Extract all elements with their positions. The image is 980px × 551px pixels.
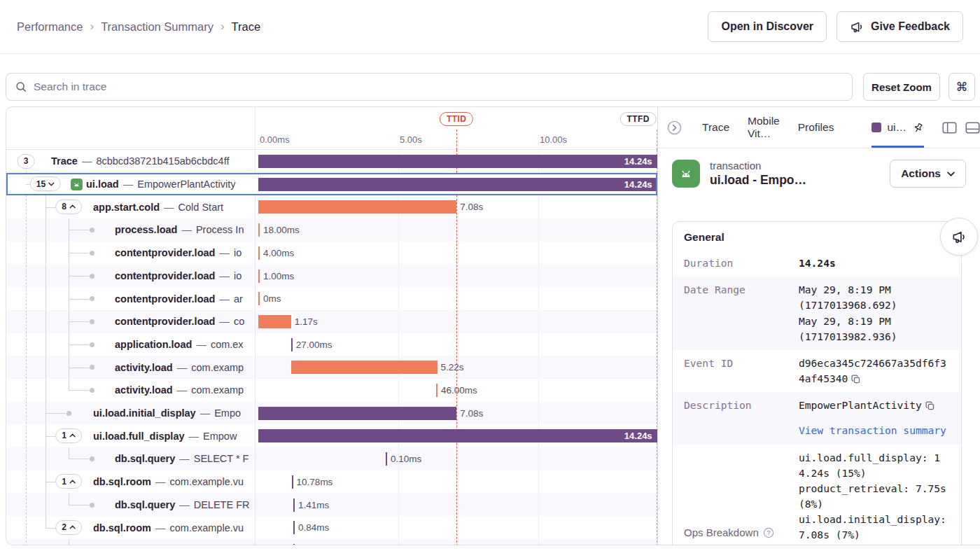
trace-row[interactable]: contentprovider.load—ar0ms	[6, 287, 657, 310]
tab-label: Trace	[702, 121, 729, 134]
span-duration-bar[interactable]	[293, 544, 295, 545]
trace-row[interactable]: 1db.sql.room—com.example.vu10.78ms	[6, 470, 657, 494]
detail-value-duration: 14.24s	[799, 256, 950, 271]
open-in-discover-button[interactable]: Open in Discover	[708, 11, 827, 42]
span-count-badge[interactable]: 15	[30, 176, 61, 191]
chevron-up-icon	[69, 204, 76, 209]
span-duration-bar[interactable]	[258, 246, 260, 260]
tree-guide-elbow	[69, 344, 89, 345]
span-duration-bar[interactable]	[436, 384, 438, 397]
span-label: activity.load—com.examp	[115, 379, 244, 402]
span-description: io	[234, 270, 241, 281]
layout-left-panel-icon[interactable]	[942, 122, 957, 134]
trace-row[interactable]: 8app.start.cold—Cold Start7.08s	[6, 195, 657, 218]
trace-row[interactable]: application.load—com.ex27.00ms	[6, 333, 657, 356]
span-dot	[90, 274, 94, 279]
span-op: application.load	[115, 339, 192, 350]
chevron-down-icon	[947, 172, 955, 176]
span-duration-bar[interactable]	[258, 200, 456, 214]
span-duration-label: 14.24s	[624, 155, 652, 168]
span-count-badge[interactable]: 1	[55, 428, 82, 443]
detail-value-ops-breakdown: ui.load.full_display: 14.24s (15%)produc…	[799, 450, 950, 543]
span-count-badge[interactable]: 8	[55, 200, 82, 214]
reset-zoom-button[interactable]: Reset Zoom	[863, 73, 940, 101]
pin-icon[interactable]	[910, 119, 926, 135]
span-duration-bar[interactable]	[291, 338, 293, 351]
tab-trace[interactable]: Trace	[702, 107, 729, 148]
span-duration-label: 14.24s	[624, 429, 652, 442]
span-duration-bar[interactable]	[293, 498, 295, 512]
span-count-badge[interactable]: 3	[18, 154, 35, 169]
help-icon[interactable]: ?	[763, 527, 774, 538]
tab-mobilevit[interactable]: Mobile Vit…	[748, 107, 780, 148]
span-duration-label: 27.00ms	[296, 338, 332, 351]
copy-icon[interactable]	[850, 374, 861, 384]
detail-row-event-id: Event IDd96eca345c724667a35df6f34af45340	[673, 350, 961, 392]
feedback-fab-button[interactable]	[940, 218, 978, 256]
span-duration-label: 1.00ms	[263, 270, 294, 283]
tab-ui[interactable]: ui…	[872, 107, 924, 148]
detail-line: (1717013968.692)	[799, 298, 950, 313]
span-duration-bar[interactable]: 14.24s	[258, 429, 657, 442]
span-label: Trace—8cbbcd38721b415ab6cbdc4ff	[51, 150, 229, 173]
tree-guide-elbow	[69, 390, 89, 391]
breadcrumb-transaction-summary[interactable]: Transaction Summary	[101, 20, 214, 34]
span-duration-bar[interactable]	[258, 315, 291, 328]
breadcrumb-performance[interactable]: Performance	[17, 20, 83, 34]
tab-profiles[interactable]: Profiles	[798, 107, 834, 148]
span-duration-bar[interactable]	[292, 475, 293, 489]
trace-row[interactable]: activity.load—com.examp46.00ms	[6, 379, 657, 402]
span-duration-label: 7.08s	[460, 407, 483, 420]
search-input[interactable]	[34, 81, 844, 93]
transaction-type-label: transaction	[710, 160, 806, 172]
detail-value-event-id: d96eca345c724667a35df6f34af45340	[799, 356, 950, 386]
trace-toolbar: Reset Zoom ⌘	[6, 73, 974, 101]
layout-bottom-panel-icon[interactable]	[965, 122, 980, 134]
span-description: co	[234, 316, 244, 327]
span-description: com.example.vu	[169, 522, 244, 533]
span-duration-bar[interactable]	[291, 361, 438, 374]
trace-row[interactable]: contentprovider.load—io1.00ms	[6, 265, 657, 288]
give-feedback-button[interactable]: Give Feedback	[836, 11, 963, 42]
detail-key-ops-breakdown: Ops Breakdown ?	[684, 525, 790, 543]
trace-row[interactable]: ui.load.initial_display—Empo7.08s	[6, 402, 657, 425]
span-duration-bar[interactable]	[293, 521, 295, 534]
trace-row[interactable]: process.load—Process In18.00ms	[6, 218, 657, 242]
tree-guide-elbow	[46, 413, 66, 414]
trace-row[interactable]: 1ui.load.full_display—Empow14.24s	[6, 424, 657, 447]
span-duration-bar[interactable]	[258, 270, 260, 283]
span-duration-bar[interactable]: 14.24s	[258, 155, 657, 168]
span-duration-bar[interactable]	[258, 292, 260, 305]
android-icon	[672, 160, 700, 188]
expand-drawer-button[interactable]	[666, 120, 682, 136]
trace-row[interactable]: 15ui.load—EmpowerPlantActivity14.24s	[6, 173, 657, 196]
view-transaction-summary-link[interactable]: View transaction summary	[799, 423, 950, 438]
span-op: contentprovider.load	[115, 270, 215, 281]
span-tree-cell: contentprovider.load—ar	[6, 287, 255, 310]
tree-guide-elbow	[69, 230, 89, 230]
trace-row[interactable]: db.sql.query—DELETE FR1.41ms	[6, 494, 657, 517]
chevron-up-icon	[69, 433, 76, 438]
trace-row[interactable]: db.sql.query—INSERT OR0.78ms	[6, 539, 657, 545]
span-duration-bar[interactable]	[258, 223, 260, 237]
trace-row[interactable]: contentprovider.load—co1.17s	[6, 310, 657, 333]
span-duration-label: 46.00ms	[441, 384, 477, 397]
span-duration-label: 0.84ms	[298, 521, 329, 534]
span-duration-bar[interactable]: 14.24s	[258, 178, 657, 191]
trace-row[interactable]: 2db.sql.room—com.example.vu0.84ms	[6, 516, 657, 539]
span-description: ar	[234, 293, 243, 305]
span-count-badge[interactable]: 1	[55, 474, 82, 489]
span-duration-bar[interactable]	[386, 452, 387, 466]
span-count-badge[interactable]: 2	[55, 520, 82, 535]
keyboard-shortcut-button[interactable]: ⌘	[948, 73, 975, 101]
trace-row[interactable]: db.sql.query—SELECT * F0.10ms	[6, 447, 657, 470]
copy-icon[interactable]	[925, 400, 935, 411]
span-label: ui.load.full_display—Empow	[93, 424, 237, 447]
span-count: 3	[24, 156, 29, 166]
actions-button[interactable]: Actions	[890, 160, 966, 188]
trace-row[interactable]: activity.load—com.examp5.22s	[6, 356, 657, 379]
trace-row[interactable]: contentprovider.load—io4.00ms	[6, 242, 657, 265]
megaphone-icon	[850, 20, 864, 34]
span-duration-bar[interactable]	[258, 407, 456, 420]
trace-row[interactable]: 3Trace—8cbbcd38721b415ab6cbdc4ff14.24s	[6, 150, 657, 173]
